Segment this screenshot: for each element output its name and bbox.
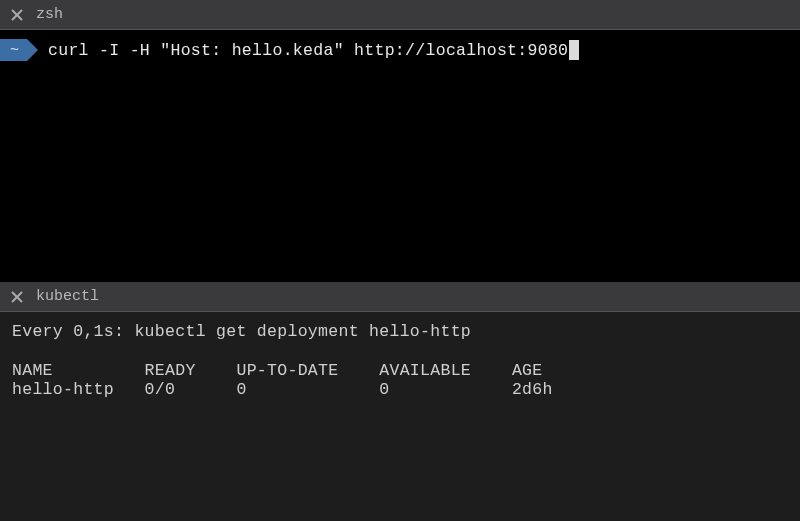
terminal-body-zsh[interactable]: ~ curl -I -H "Host: hello.keda" http://l… (0, 30, 800, 282)
watch-command-line: Every 0,1s: kubectl get deployment hello… (12, 322, 788, 341)
terminal-body-kubectl[interactable]: Every 0,1s: kubectl get deployment hello… (0, 312, 800, 521)
command-text: curl -I -H "Host: hello.keda" http://loc… (48, 41, 568, 60)
titlebar-zsh: zsh (0, 0, 800, 30)
prompt-line: ~ curl -I -H "Host: hello.keda" http://l… (0, 38, 800, 62)
chevron-right-icon (27, 39, 38, 61)
prompt-badge: ~ (0, 39, 38, 61)
terminal-pane-kubectl: kubectl Every 0,1s: kubectl get deployme… (0, 282, 800, 521)
terminal-pane-zsh: zsh ~ curl -I -H "Host: hello.keda" http… (0, 0, 800, 282)
pane-title: kubectl (36, 288, 99, 305)
titlebar-kubectl: kubectl (0, 282, 800, 312)
table-header: NAME READY UP-TO-DATE AVAILABLE AGE (12, 361, 788, 380)
table-row: hello-http 0/0 0 0 2d6h (12, 380, 788, 399)
prompt-dir: ~ (0, 39, 27, 61)
close-icon[interactable] (10, 8, 24, 22)
close-icon[interactable] (10, 290, 24, 304)
cursor-icon (569, 40, 579, 60)
pane-title: zsh (36, 6, 63, 23)
